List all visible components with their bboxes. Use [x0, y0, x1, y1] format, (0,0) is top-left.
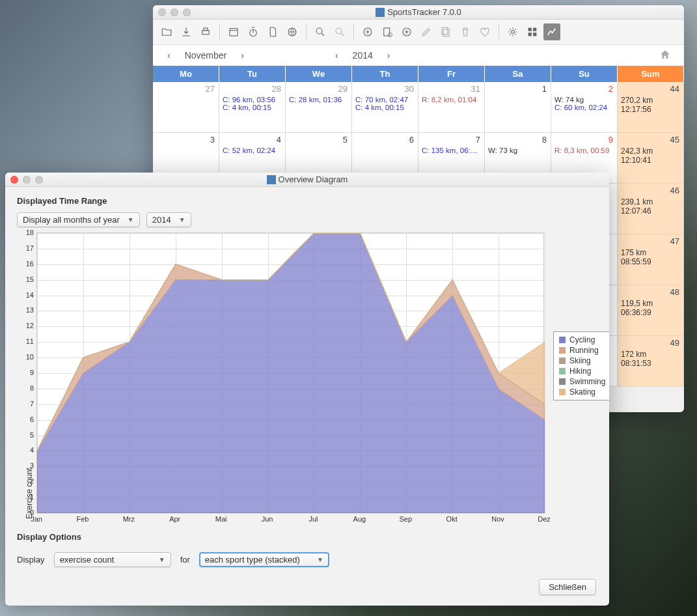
calendar-cell[interactable]: 28C: 96 km, 03:56C: 4 km, 00:15 — [219, 82, 286, 133]
svg-rect-14 — [528, 28, 532, 31]
heart-icon[interactable] — [476, 23, 493, 40]
dialog-titlebar: Overview Diagram — [5, 173, 609, 187]
zoom-dialog-icon[interactable] — [35, 176, 43, 184]
dialog-app-icon — [267, 175, 276, 184]
svg-rect-0 — [202, 31, 210, 35]
prev-month-button[interactable]: ‹ — [161, 48, 177, 63]
display-select[interactable]: exercise count ▼ — [54, 552, 171, 567]
day-header: Sum — [618, 66, 684, 82]
day-header: Sa — [485, 66, 551, 82]
calendar-cell[interactable]: 30C: 70 km, 02:47C: 4 km, 00:15 — [352, 82, 418, 133]
chevron-down-icon: ▼ — [179, 216, 185, 223]
close-window-icon[interactable] — [158, 8, 166, 16]
close-button[interactable]: Schließen — [539, 579, 596, 595]
delete-icon[interactable] — [457, 23, 474, 40]
add-note-icon[interactable] — [379, 23, 396, 40]
svg-point-6 — [336, 28, 342, 34]
month-label: November — [177, 48, 235, 63]
prev-year-button[interactable]: ‹ — [329, 48, 345, 63]
svg-point-9 — [389, 33, 392, 37]
svg-rect-16 — [528, 33, 532, 36]
add-weight-icon[interactable] — [398, 23, 415, 40]
print-icon[interactable] — [197, 23, 214, 40]
day-header: Su — [551, 66, 618, 82]
week-summary-cell: 45242,3 km12:10:41 — [618, 133, 684, 184]
year-select[interactable]: 2014 ▼ — [146, 212, 191, 227]
legend: CyclingRunningSkiingHikingSwimmingSkatin… — [553, 331, 609, 400]
display-word: Display — [17, 555, 45, 565]
svg-rect-17 — [534, 33, 537, 36]
week-summary-cell: 46239,1 km12:07:46 — [618, 184, 684, 234]
stopwatch-icon[interactable] — [245, 23, 262, 40]
week-summary-cell: 49172 km08:31:53 — [618, 336, 684, 387]
chevron-down-icon: ▼ — [128, 216, 134, 223]
day-header: Th — [352, 66, 418, 82]
svg-rect-1 — [204, 28, 208, 31]
legend-item: Skiing — [559, 356, 605, 366]
nav-row: ‹ November › ‹ 2014 › — [153, 45, 684, 66]
toolbar — [153, 20, 684, 45]
week-summary-cell: 48119,5 km06:36:39 — [618, 285, 684, 336]
svg-rect-11 — [443, 29, 449, 36]
close-dialog-icon[interactable] — [10, 176, 18, 184]
chart: Exercise count 0123456789101112131415161… — [17, 232, 597, 532]
calendar-cell[interactable]: 31R: 8,2 km, 01:04 — [418, 82, 485, 133]
minimize-window-icon[interactable] — [171, 8, 178, 16]
week-summary-cell: 44270,2 km12:17:56 — [618, 82, 684, 133]
app-icon — [376, 8, 385, 17]
svg-rect-2 — [230, 29, 238, 36]
overview-dialog: Overview Diagram Displayed Time Range Di… — [5, 173, 609, 606]
open-icon[interactable] — [158, 23, 175, 40]
year-label: 2014 — [345, 48, 381, 63]
for-select[interactable]: each sport type (stacked) ▼ — [199, 552, 329, 567]
chart-icon[interactable] — [543, 23, 560, 40]
edit-icon[interactable] — [418, 23, 435, 40]
calendar-icon[interactable] — [225, 23, 242, 40]
legend-item: Skating — [559, 387, 605, 397]
calendar-cell[interactable]: 1 — [485, 82, 551, 133]
home-icon[interactable] — [659, 49, 676, 63]
grid-icon[interactable] — [524, 23, 541, 40]
svg-rect-8 — [384, 28, 390, 36]
zoom-in-icon[interactable] — [312, 23, 329, 40]
day-header: Fr — [418, 66, 485, 82]
legend-item: Running — [559, 345, 605, 356]
time-range-label: Displayed Time Range — [17, 196, 597, 206]
display-options-label: Display Options — [17, 532, 597, 542]
day-header: Tu — [219, 66, 286, 82]
next-month-button[interactable]: › — [234, 48, 251, 63]
calendar-cell[interactable]: 2W: 74 kgC: 60 km, 02:24 — [551, 82, 618, 133]
zoom-window-icon[interactable] — [183, 8, 191, 16]
gear-icon[interactable] — [504, 23, 521, 40]
dialog-title: Overview Diagram — [279, 175, 348, 184]
legend-item: Swimming — [559, 376, 605, 387]
document-icon[interactable] — [264, 23, 281, 40]
chevron-down-icon: ▼ — [159, 556, 165, 563]
add-exercise-icon[interactable] — [359, 23, 376, 40]
week-summary-cell: 47175 km08:55:59 — [618, 234, 684, 285]
copy-icon[interactable] — [437, 23, 454, 40]
day-header: Mo — [153, 66, 219, 82]
globe-icon[interactable] — [284, 23, 301, 40]
svg-rect-12 — [442, 27, 448, 35]
day-header: We — [286, 66, 352, 82]
for-word: for — [180, 555, 190, 565]
svg-point-13 — [512, 31, 515, 34]
range-select[interactable]: Display all months of year ▼ — [17, 212, 140, 227]
legend-item: Cycling — [559, 335, 605, 345]
legend-item: Hiking — [559, 366, 605, 376]
zoom-out-icon[interactable] — [331, 23, 348, 40]
chevron-down-icon: ▼ — [317, 556, 323, 563]
minimize-dialog-icon[interactable] — [23, 176, 31, 184]
main-titlebar: SportsTracker 7.0.0 — [153, 5, 684, 20]
window-title: SportsTracker 7.0.0 — [387, 7, 461, 17]
calendar-cell[interactable]: 29C: 28 km, 01:36 — [286, 82, 352, 133]
calendar-cell[interactable]: 27 — [153, 82, 219, 133]
svg-point-5 — [316, 28, 322, 34]
svg-rect-15 — [534, 28, 537, 31]
save-icon[interactable] — [178, 23, 195, 40]
next-year-button[interactable]: › — [381, 48, 397, 63]
